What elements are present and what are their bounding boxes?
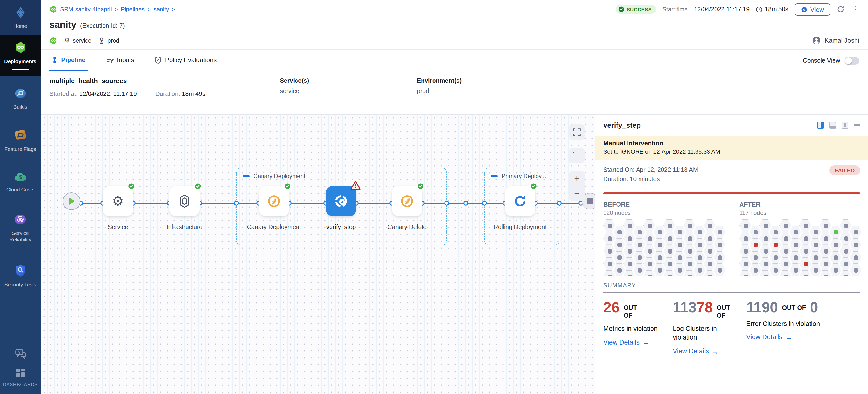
node-hexagon	[789, 238, 801, 251]
connector-endpoint	[463, 201, 468, 206]
sidebar-item-builds[interactable]: Builds	[0, 84, 41, 114]
sidebar-item-label: DASHBOARDS	[3, 382, 38, 387]
before-node-grid[interactable]	[603, 219, 725, 276]
eye-icon	[801, 6, 807, 12]
user-chip[interactable]: Kamal Joshi	[812, 36, 859, 44]
node-hexagon	[663, 270, 675, 276]
node-hexagon	[779, 219, 791, 232]
pipeline-canvas[interactable]: Canary Deployment Primary Deploy... ⚙	[41, 115, 595, 394]
node-hexagon	[643, 219, 655, 232]
started-at-label: Started at:	[50, 91, 78, 97]
collapse-group-icon[interactable]	[491, 176, 498, 177]
more-options-button[interactable]: ⋮	[851, 5, 860, 14]
node-hexagon	[739, 245, 751, 257]
layout-floating-button[interactable]	[842, 122, 848, 128]
verify-status-badge: FAILED	[829, 165, 860, 175]
node-hexagon	[633, 251, 645, 264]
node-hexagon	[693, 238, 705, 251]
node-canary-delete[interactable]: Canary Delete	[392, 186, 422, 216]
environment-tag[interactable]: prod	[98, 37, 119, 44]
tab-inputs[interactable]: Inputs	[104, 50, 136, 71]
environment-icon	[98, 37, 104, 44]
metric-value: 1190	[746, 300, 778, 315]
view-details-link[interactable]: View Details→	[746, 333, 829, 341]
node-hexagon	[633, 225, 645, 238]
node-hexagon	[769, 251, 781, 264]
node-hexagon	[800, 257, 811, 270]
node-label: Canary Delete	[378, 223, 436, 232]
node-hexagon	[623, 245, 635, 257]
selection-icon	[574, 152, 580, 159]
view-button[interactable]: View	[795, 3, 830, 16]
node-hexagon	[674, 251, 685, 264]
metric-value: 78	[696, 299, 713, 315]
node-hexagon	[714, 251, 725, 264]
breadcrumb-pipelines[interactable]: Pipelines	[121, 6, 145, 13]
sidebar-item-service-reliability[interactable]: Service Reliability	[0, 209, 41, 247]
help-button[interactable]: ?	[0, 345, 41, 365]
breadcrumb-separator: >	[172, 6, 175, 12]
sidebar-item-cloud-costs[interactable]: $ Cloud Costs	[0, 167, 41, 196]
stop-icon	[587, 198, 593, 204]
user-name: Kamal Joshi	[825, 37, 859, 44]
console-view-control: Console View	[803, 50, 859, 71]
refresh-button[interactable]	[837, 5, 844, 13]
node-hexagon	[789, 251, 801, 264]
node-verify-step[interactable]: verify_step	[326, 186, 356, 216]
node-label: Infrastructure	[155, 223, 214, 232]
connector-endpoint	[482, 201, 487, 206]
breadcrumb-pipeline-name[interactable]: sanity	[154, 6, 169, 13]
after-node-grid[interactable]	[739, 219, 862, 276]
node-service[interactable]: ⚙ Service	[103, 186, 133, 216]
node-hexagon	[704, 270, 715, 276]
node-label: Canary Deployment	[245, 223, 303, 232]
collapse-group-icon[interactable]	[243, 176, 250, 177]
metric-total: 113	[673, 299, 696, 315]
node-infrastructure[interactable]: Infrastructure	[169, 186, 199, 216]
fit-to-screen-button[interactable]	[569, 124, 585, 140]
node-hexagon	[840, 232, 851, 245]
services-value[interactable]: service	[280, 88, 417, 94]
pipeline-start-node[interactable]	[63, 192, 80, 210]
breadcrumb-project[interactable]: SRM-sanity-4thapril	[60, 6, 112, 13]
layout-split-right-button[interactable]	[817, 122, 824, 128]
service-tag[interactable]: ⚙ service	[64, 37, 91, 44]
console-view-label: Console View	[803, 57, 840, 64]
layout-bottom-button[interactable]	[829, 122, 836, 128]
sidebar-item-label: Builds	[13, 104, 27, 110]
minimize-panel-button[interactable]	[854, 124, 860, 126]
clock-icon	[756, 6, 762, 12]
environments-value[interactable]: prod	[417, 88, 554, 94]
tab-pipeline[interactable]: Pipeline	[50, 50, 88, 71]
selection-mode-button[interactable]	[569, 148, 585, 163]
node-hexagon	[760, 232, 771, 245]
node-hexagon	[789, 264, 801, 276]
node-hexagon	[760, 219, 771, 232]
view-details-link[interactable]: View Details→	[603, 338, 666, 346]
node-hexagon	[663, 219, 675, 232]
node-hexagon	[779, 232, 791, 245]
node-rolling-deployment[interactable]: Rolling Deployment	[505, 186, 535, 216]
sidebar-item-deployments[interactable]: Deployments	[0, 35, 41, 76]
canary-icon	[400, 194, 414, 208]
console-view-toggle[interactable]	[844, 57, 859, 64]
success-check-icon	[618, 6, 624, 12]
tab-policy-evaluations[interactable]: Policy Evaluations	[153, 50, 219, 71]
sidebar-item-home[interactable]: Home	[0, 0, 41, 35]
node-hexagon	[749, 238, 761, 251]
node-hexagon	[840, 257, 851, 270]
sidebar-item-feature-flags[interactable]: Feature Flags	[0, 125, 41, 156]
feature-flags-icon	[14, 129, 27, 144]
execution-id: (Execution Id: 7)	[80, 23, 125, 29]
view-details-link[interactable]: View Details→	[673, 347, 739, 355]
security-tests-icon	[14, 264, 26, 279]
sidebar-item-security-tests[interactable]: Security Tests	[0, 261, 41, 292]
zoom-in-button[interactable]: +	[574, 174, 580, 183]
elapsed-time: 18m 50s	[756, 6, 788, 13]
out-of-label: OUT OF	[717, 304, 735, 320]
node-canary-deployment[interactable]: Canary Deployment	[259, 186, 289, 216]
sidebar-item-dashboards[interactable]: DASHBOARDS	[0, 365, 41, 394]
summary-divider	[603, 292, 860, 293]
zoom-out-button[interactable]: −	[574, 189, 580, 198]
node-hexagon	[623, 257, 635, 270]
